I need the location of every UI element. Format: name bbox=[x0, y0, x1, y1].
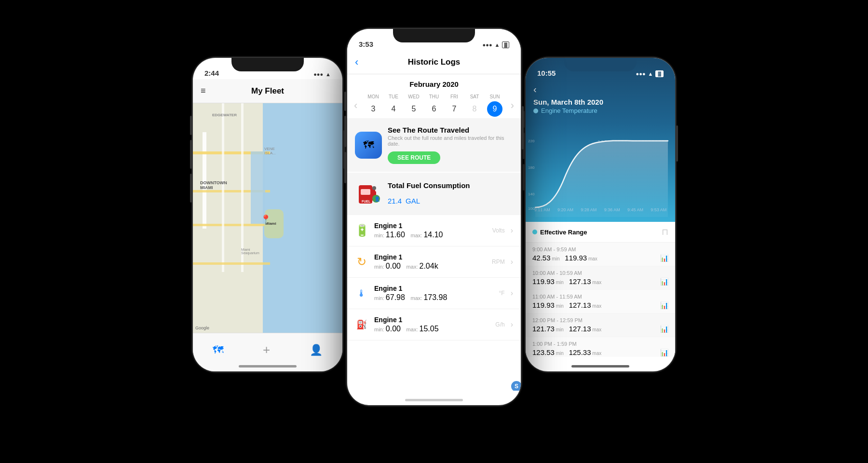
day-mon[interactable]: MON 3 bbox=[365, 94, 382, 117]
metric-fuel-content: Engine 1 min: 0.00 max: 15.05 bbox=[374, 316, 488, 333]
fuel-icon: FUEL 👤 bbox=[355, 180, 382, 207]
range-header: Effective Range ⊓ bbox=[526, 222, 675, 243]
fuel-content: Total Fuel Consumption 21.4 GAL bbox=[388, 181, 513, 207]
svg-text:FUEL: FUEL bbox=[362, 200, 371, 203]
thermometer-icon: 🌡 bbox=[355, 288, 368, 299]
fuel-card: FUEL 👤 Total Fuel Consumption 21.4 GAL bbox=[347, 173, 521, 215]
svg-text:220: 220 bbox=[528, 139, 535, 143]
map-area[interactable]: EDGEWATER DOWNTOWNMIAMI VENEISLA... Miam… bbox=[193, 103, 342, 333]
range-title: Effective Range bbox=[532, 229, 587, 236]
svg-text:👤: 👤 bbox=[374, 196, 380, 202]
menu-icon[interactable]: ≡ bbox=[201, 86, 206, 96]
day-thu[interactable]: THU 6 bbox=[425, 94, 443, 117]
tab-profile[interactable]: 👤 bbox=[310, 344, 323, 356]
left-phone: 2:44 ●●● ▲ ≡ My Fleet bbox=[193, 58, 342, 371]
range-row-3[interactable]: 12:00 PM - 12:59 PM 121.73 min 127.13 ma… bbox=[526, 313, 675, 337]
map-title: My Fleet bbox=[251, 86, 284, 96]
bar-chart-icon-0: 📊 bbox=[660, 254, 668, 262]
tab-add[interactable]: + bbox=[263, 342, 270, 357]
chevron-right-fuel: › bbox=[511, 320, 513, 329]
metric-row-temp[interactable]: 🌡 Engine 1 min: 67.98 max: 173.98 °F › bbox=[347, 278, 521, 309]
metric-row-battery[interactable]: 🔋 Engine 1 min: 11.60 max: 14.10 Volts › bbox=[347, 215, 521, 246]
temp-indicator-dot bbox=[533, 109, 538, 113]
notch bbox=[231, 58, 304, 71]
week-row: ‹ MON 3 TUE 4 WED 5 bbox=[347, 94, 521, 117]
range-row-1[interactable]: 10:00 AM - 10:59 AM 119.93 min 127.13 ma… bbox=[526, 266, 675, 290]
bar-chart-icon-4: 📊 bbox=[660, 349, 668, 356]
range-row-0[interactable]: 9:00 AM - 9:59 AM 42.53 min 119.93 max 📊 bbox=[526, 243, 675, 266]
route-subtitle: Check out the full route and miles trave… bbox=[388, 135, 513, 147]
logs-header: ‹ Historic Logs bbox=[347, 50, 521, 74]
home-indicator-center bbox=[405, 399, 463, 401]
range-row-2[interactable]: 11:00 AM - 11:59 AM 119.93 min 127.13 ma… bbox=[526, 290, 675, 313]
see-route-button[interactable]: SEE ROUTE bbox=[388, 151, 440, 164]
chart-subtitle: Engine Temperature bbox=[533, 107, 667, 114]
day-sun[interactable]: SUN 9 bbox=[486, 94, 503, 117]
route-card: 🗺 S See The Route Traveled Check out the… bbox=[347, 118, 521, 172]
home-indicator-right bbox=[571, 365, 629, 368]
wifi-center: ▲ bbox=[495, 42, 500, 48]
metric-battery-content: Engine 1 min: 11.60 max: 14.10 bbox=[374, 222, 485, 239]
chart-subtitle-text: Engine Temperature bbox=[541, 107, 597, 114]
route-content: See The Route Traveled Check out the ful… bbox=[388, 126, 513, 164]
metric-row-rpm[interactable]: ↻ Engine 1 min: 0.00 max: 2.04k RPM › bbox=[347, 246, 521, 278]
prev-week[interactable]: ‹ bbox=[351, 99, 360, 112]
metric-row-fuel[interactable]: ⛽ Engine 1 min: 0.00 max: 15.05 G/h › bbox=[347, 309, 521, 340]
home-indicator-left bbox=[239, 365, 297, 368]
svg-text:180: 180 bbox=[528, 165, 535, 170]
range-dot bbox=[532, 230, 537, 234]
chevron-right-rpm: › bbox=[511, 258, 513, 266]
day-wed[interactable]: WED 5 bbox=[405, 94, 422, 117]
logs-title: Historic Logs bbox=[408, 57, 461, 67]
signal-icon: ●●● bbox=[313, 71, 323, 77]
bar-chart-icon-1: 📊 bbox=[660, 278, 668, 286]
map-label-venice: VENEISLA... bbox=[264, 147, 276, 155]
chevron-right-temp: › bbox=[511, 289, 513, 298]
chart-back-button[interactable]: ‹ bbox=[533, 84, 667, 95]
rpm-icon: ↻ bbox=[355, 255, 368, 269]
time-label-2: 9:20 AM bbox=[557, 207, 573, 212]
right-phone: 10:55 ●●● ▲ ▓ ‹ Sun, March 8th 2020 Engi… bbox=[526, 58, 675, 371]
center-phone: 3:53 ●●● ▲ ▓ ‹ Historic Logs February 20… bbox=[347, 29, 521, 405]
status-icons-center: ●●● ▲ ▓ bbox=[483, 41, 509, 48]
day-tue[interactable]: TUE 4 bbox=[385, 94, 402, 117]
effective-range-section: Effective Range ⊓ 9:00 AM - 9:59 AM 42.5… bbox=[526, 222, 675, 357]
battery-right: ▓ bbox=[655, 70, 664, 77]
next-week[interactable]: › bbox=[508, 99, 517, 112]
day-fri[interactable]: FRI 7 bbox=[446, 94, 463, 117]
time-label-5: 9:45 AM bbox=[627, 207, 643, 212]
time-label-6: 9:53 AM bbox=[651, 207, 666, 212]
svg-rect-1 bbox=[361, 189, 370, 195]
range-expand-icon[interactable]: ⊓ bbox=[662, 227, 668, 237]
time-center: 3:53 bbox=[359, 40, 373, 48]
route-icon: 🗺 S bbox=[355, 132, 382, 159]
signal-bars: ●●● bbox=[483, 42, 492, 48]
week-days: MON 3 TUE 4 WED 5 THU 6 bbox=[365, 94, 503, 117]
time-label-4: 9:36 AM bbox=[604, 207, 620, 212]
svg-point-4 bbox=[372, 186, 376, 190]
metric-rpm-content: Engine 1 min: 0.00 max: 2.04k bbox=[374, 253, 484, 271]
tab-map[interactable]: 🗺 bbox=[213, 344, 223, 356]
battery-center: ▓ bbox=[502, 41, 509, 48]
chevron-right-battery: › bbox=[511, 226, 513, 235]
bar-chart-icon-2: 📊 bbox=[660, 301, 668, 309]
time-right: 10:55 bbox=[537, 69, 556, 77]
google-watermark: Google bbox=[195, 326, 209, 330]
range-row-4[interactable]: 1:00 PM - 1:59 PM 123.53 min 125.33 max … bbox=[526, 337, 675, 357]
time-label-1: 9:11 AM bbox=[534, 207, 550, 212]
map-label-downtown: DOWNTOWNMIAMI bbox=[200, 180, 227, 190]
chart-time-labels: 9:11 AM 9:20 AM 9:28 AM 9:36 AM 9:45 AM … bbox=[526, 207, 675, 212]
map-pin: 📍 bbox=[260, 214, 271, 225]
map-header: ≡ My Fleet bbox=[193, 79, 342, 103]
content-scroll: 🗺 S See The Route Traveled Check out the… bbox=[347, 118, 521, 391]
bar-chart-icon-3: 📊 bbox=[660, 325, 668, 333]
status-icons-left: ●●● ▲ bbox=[313, 71, 331, 77]
signal-right: ●●● bbox=[636, 71, 646, 77]
fuel-title: Total Fuel Consumption bbox=[388, 181, 513, 190]
day-sat[interactable]: SAT 8 bbox=[466, 94, 483, 117]
back-button[interactable]: ‹ bbox=[355, 56, 358, 68]
chart-header: ‹ Sun, March 8th 2020 Engine Temperature bbox=[526, 79, 675, 119]
chart-date: Sun, March 8th 2020 bbox=[533, 98, 667, 106]
fuel-rate-icon: ⛽ bbox=[355, 319, 368, 330]
fuel-value: 21.4 GAL bbox=[388, 191, 513, 207]
